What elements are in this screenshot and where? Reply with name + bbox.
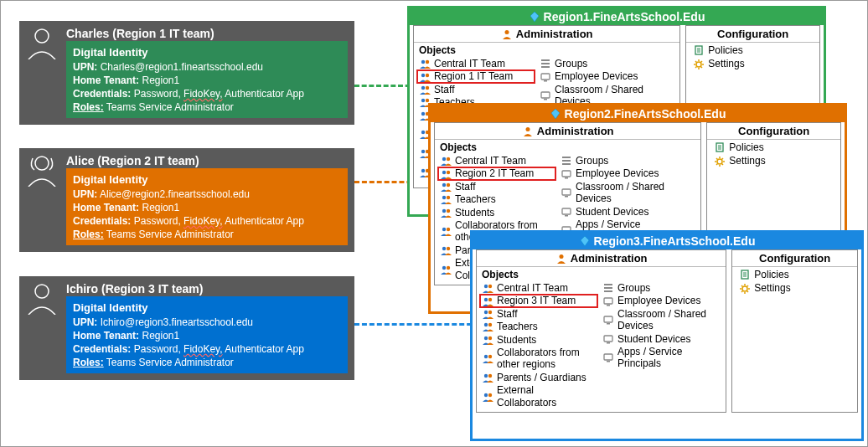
item-label: Policies [729,141,763,153]
device-icon [602,314,614,326]
list-item: Staff [417,84,535,95]
list-item: Policies [691,44,814,56]
item-label: Student Devices [617,333,690,345]
list-item: Region 1 IT Team [417,70,535,82]
identity-heading: Digital Identity [73,45,341,60]
people-icon [419,58,431,69]
policy-icon [693,44,705,56]
list-item: Settings [691,58,814,69]
item-label: Staff [497,308,517,320]
list-item: Classroom / Shared Devices [601,308,710,332]
device-icon [561,168,572,180]
item-label: Groups [617,282,650,294]
people-icon [482,282,493,294]
list-item: Groups [601,282,710,294]
people-icon [440,264,452,275]
item-label: Groups [576,155,608,167]
list-item: Central IT Team [417,58,535,69]
gear-icon [714,156,726,167]
item-label: Settings [754,282,790,294]
item-label: Region 1 IT Team [434,70,513,82]
identity-heading: Digital Identity [73,301,341,316]
people-icon [419,84,431,95]
item-label: Staff [434,84,454,95]
admin-panel: Administration Objects Central IT TeamRe… [476,249,726,413]
list-item: Employee Devices [559,167,668,179]
list-item: Central IT Team [438,155,555,167]
arrow-region3 [354,323,487,326]
list-item: Policies [737,269,852,280]
people-icon [440,168,452,180]
item-label: Region 3 IT Team [497,295,576,306]
avatar-icon [26,26,58,59]
list-item: Employee Devices [601,295,710,306]
item-label: Groups [555,58,587,69]
people-icon [482,391,493,403]
people-icon [440,181,452,193]
identity-box: Digital Identity UPN: Alice@region2.fine… [66,168,348,245]
item-label: Classroom / Shared Devices [576,181,666,205]
item-label: Region 2 IT Team [455,167,534,179]
item-label: Apps / Service Principals [617,346,708,370]
list-item: Policies [712,141,835,153]
admin-label: Administration [537,125,614,137]
identity-box: Digital Identity UPN: Charles@region1.fi… [66,41,348,118]
people-icon [482,352,493,364]
list-item: Students [480,334,597,346]
people-icon [482,308,493,320]
device-icon [602,333,614,345]
device-icon [602,295,614,307]
list-item: Student Devices [601,333,710,345]
people-icon [440,244,452,256]
list-item: Groups [559,155,668,167]
admin-label: Administration [516,28,593,40]
people-icon [482,295,493,307]
list-item: Staff [480,308,597,320]
list-item: Parents / Guardians [480,372,597,383]
list-item: Staff [438,181,555,193]
item-label: Central IT Team [455,155,526,167]
list-item: Teachers [438,193,555,205]
person-icon [522,126,534,137]
avatar-icon [26,281,58,315]
gear-icon [739,283,751,295]
person-title: Alice (Region 2 IT team) [66,153,199,167]
admin-label: Administration [571,252,648,265]
item-label: Parents / Guardians [497,372,586,383]
item-label: Teachers [455,193,496,205]
objects-label: Objects [435,140,700,153]
item-label: Central IT Team [497,282,568,294]
person-title: Charles (Region 1 IT team) [66,26,214,40]
item-label: Employee Devices [617,295,700,306]
item-label: Central IT Team [434,58,505,69]
item-label: External Collaborators [497,384,596,408]
item-label: Employee Devices [555,70,638,82]
list-item: Settings [737,282,852,294]
person-icon [555,253,567,265]
config-panel: Configuration PoliciesSettings [731,249,858,413]
item-label: Policies [708,44,742,56]
list-item: Settings [712,155,835,167]
people-icon [440,155,452,167]
person-title: Ichiro (Region 3 IT team) [66,281,203,295]
item-label: Collaborators from other regions [497,347,596,371]
people-icon [440,225,452,237]
config-list: PoliciesSettings [707,140,840,169]
list-item: Central IT Team [480,282,597,294]
people-icon [440,193,452,205]
diamond-icon [550,108,561,120]
device-icon [561,187,572,198]
list-item: Apps / Service Principals [601,346,710,370]
diamond-icon [579,235,591,247]
item-label: Student Devices [576,206,648,218]
item-label: Students [497,334,536,346]
people-icon [440,207,452,218]
policy-icon [714,141,726,153]
item-label: Staff [455,181,475,193]
device-icon [540,90,551,101]
people-icon [419,71,431,83]
list-icon [540,58,551,69]
person-card-charles: Charles (Region 1 IT team) Digital Ident… [19,21,354,125]
policy-icon [739,269,751,280]
list-item: Student Devices [559,206,668,218]
